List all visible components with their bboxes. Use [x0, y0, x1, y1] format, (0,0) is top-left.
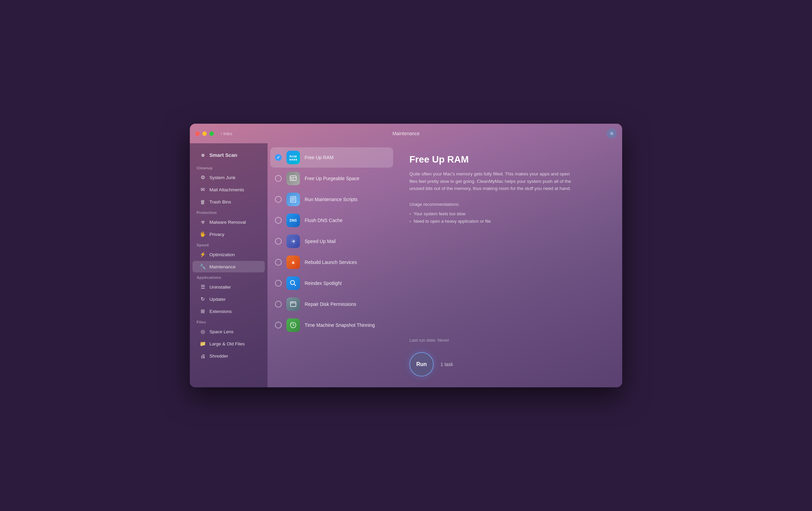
svg-rect-0: [290, 176, 296, 180]
sidebar-item-label: Space Lens: [209, 329, 233, 334]
app-window: ‹ Intro Maintenance ⌾ Smart Scan Cleanup…: [190, 124, 622, 387]
sidebar-item-privacy[interactable]: 🖐 Privacy: [193, 228, 265, 240]
task-icon-speed-up-mail: [286, 235, 300, 248]
sidebar-item-label: Trash Bins: [209, 199, 231, 204]
sidebar-item-malware-removal[interactable]: ☣ Malware Removal: [193, 216, 265, 228]
task-radio-flush-dns-cache[interactable]: [275, 217, 282, 224]
task-icon-reindex-spotlight: [286, 276, 300, 290]
spacer: [409, 239, 609, 338]
task-list: RAM Free Up RAM: [268, 143, 396, 387]
run-button[interactable]: Run: [409, 352, 434, 376]
task-item-flush-dns-cache[interactable]: DNS Flush DNS Cache: [270, 210, 393, 230]
task-radio-time-machine-thinning[interactable]: [275, 322, 282, 328]
sidebar-item-label: Uninstaller: [209, 285, 231, 290]
sidebar-item-label: Mail Attachments: [209, 187, 244, 192]
privacy-icon: 🖐: [199, 231, 206, 238]
traffic-lights: [195, 131, 214, 136]
task-item-run-maintenance-scripts[interactable]: Run Maintenance Scripts: [270, 189, 393, 210]
task-label-flush-dns-cache: Flush DNS Cache: [305, 218, 342, 223]
sidebar-item-shredder[interactable]: 🖨 Shredder: [193, 350, 265, 362]
task-label-time-machine-thinning: Time Machine Snapshot Thinning: [305, 322, 375, 328]
sidebar-item-label: Updater: [209, 297, 226, 302]
svg-rect-12: [290, 302, 296, 307]
nav-area: ‹ Intro: [221, 131, 232, 136]
task-item-free-up-ram[interactable]: RAM Free Up RAM: [270, 147, 393, 168]
malware-removal-icon: ☣: [199, 219, 206, 225]
sidebar-item-label: Maintenance: [209, 264, 235, 269]
detail-panel: Free Up RAM Quite often your Mac's memor…: [396, 143, 622, 387]
sidebar-item-trash-bins[interactable]: 🗑 Trash Bins: [193, 196, 265, 208]
content-area: ⌾ Smart Scan Cleanup ⚙ System Junk ✉ Mai…: [190, 143, 622, 387]
last-run-label: Last run date: Never: [409, 338, 609, 343]
task-label-free-up-ram: Free Up RAM: [305, 155, 334, 160]
task-radio-repair-disk-permissions[interactable]: [275, 301, 282, 308]
svg-point-10: [290, 281, 295, 285]
sidebar-item-uninstaller[interactable]: ☰ Uninstaller: [193, 281, 265, 293]
task-count: 1 task: [440, 362, 453, 367]
task-radio-free-up-ram[interactable]: [275, 154, 282, 161]
back-button[interactable]: ‹ Intro: [221, 131, 232, 136]
updater-icon: ↻: [199, 296, 206, 302]
sidebar-item-extensions[interactable]: ⊞ Extensions: [193, 306, 265, 317]
usage-recommendations-label: Usage recommendations:: [409, 202, 609, 207]
sidebar-item-mail-attachments[interactable]: ✉ Mail Attachments: [193, 184, 265, 195]
sidebar-item-smart-scan[interactable]: ⌾ Smart Scan: [193, 149, 265, 161]
task-item-reindex-spotlight[interactable]: Reindex Spotlight: [270, 273, 393, 293]
task-icon-flush-dns-cache: DNS: [286, 214, 300, 227]
sidebar-item-label: Extensions: [209, 309, 232, 314]
task-item-free-up-purgeable[interactable]: Free Up Purgeable Space: [270, 168, 393, 189]
task-item-time-machine-thinning[interactable]: Time Machine Snapshot Thinning: [270, 315, 393, 335]
section-label-applications: Applications: [190, 273, 268, 281]
optimization-icon: ⚡: [199, 251, 206, 258]
section-label-speed: Speed: [190, 240, 268, 248]
task-radio-speed-up-mail[interactable]: [275, 238, 282, 245]
section-label-protection: Protection: [190, 208, 268, 216]
detail-title: Free Up RAM: [409, 154, 609, 165]
extensions-icon: ⊞: [199, 308, 206, 315]
task-label-repair-disk-permissions: Repair Disk Permissions: [305, 301, 356, 307]
maintenance-icon: 🔧: [199, 263, 206, 270]
task-icon-run-maintenance-scripts: [286, 193, 300, 206]
maximize-button[interactable]: [209, 131, 214, 136]
task-item-rebuild-launch-services[interactable]: Rebuild Launch Services: [270, 252, 393, 272]
close-button[interactable]: [195, 131, 200, 136]
task-radio-free-up-purgeable[interactable]: [275, 175, 282, 182]
task-item-speed-up-mail[interactable]: Speed Up Mail: [270, 231, 393, 251]
svg-rect-2: [291, 178, 292, 180]
task-icon-free-up-purgeable: [286, 172, 300, 185]
sidebar-item-updater[interactable]: ↻ Updater: [193, 293, 265, 305]
task-radio-rebuild-launch-services[interactable]: [275, 259, 282, 266]
sidebar-item-optimization[interactable]: ⚡ Optimization: [193, 249, 265, 260]
sidebar-item-label: Optimization: [209, 252, 235, 257]
uninstaller-icon: ☰: [199, 284, 206, 290]
svg-rect-3: [293, 178, 294, 180]
large-old-files-icon: 📁: [199, 340, 206, 347]
task-icon-repair-disk-permissions: [286, 297, 300, 311]
svg-line-11: [294, 284, 296, 286]
task-label-speed-up-mail: Speed Up Mail: [305, 239, 336, 244]
profile-button[interactable]: [607, 128, 617, 139]
main-panel: RAM Free Up RAM: [268, 143, 622, 387]
sidebar-item-label: Shredder: [209, 354, 228, 359]
sidebar: ⌾ Smart Scan Cleanup ⚙ System Junk ✉ Mai…: [190, 143, 268, 387]
task-icon-time-machine-thinning: [286, 318, 300, 332]
detail-description: Quite often your Mac's memory gets fully…: [409, 170, 572, 192]
sidebar-item-space-lens[interactable]: ◎ Space Lens: [193, 326, 265, 337]
minimize-button[interactable]: [202, 131, 207, 136]
sidebar-item-maintenance[interactable]: 🔧 Maintenance: [193, 261, 265, 272]
usage-item-2: Need to open a heavy application or file: [409, 218, 609, 225]
run-area: Run 1 task: [409, 352, 609, 376]
task-label-rebuild-launch-services: Rebuild Launch Services: [305, 260, 357, 265]
task-icon-rebuild-launch-services: [286, 256, 300, 269]
task-radio-run-maintenance-scripts[interactable]: [275, 196, 282, 203]
section-label-cleanup: Cleanup: [190, 163, 268, 171]
svg-point-14: [291, 302, 292, 303]
shredder-icon: 🖨: [199, 352, 206, 359]
back-label: Intro: [223, 131, 232, 136]
sidebar-item-large-old-files[interactable]: 📁 Large & Old Files: [193, 338, 265, 349]
task-radio-reindex-spotlight[interactable]: [275, 280, 282, 287]
sidebar-item-label: System Junk: [209, 175, 235, 180]
sidebar-item-label: Malware Removal: [209, 220, 246, 225]
sidebar-item-system-junk[interactable]: ⚙ System Junk: [193, 172, 265, 183]
task-item-repair-disk-permissions[interactable]: Repair Disk Permissions: [270, 294, 393, 314]
